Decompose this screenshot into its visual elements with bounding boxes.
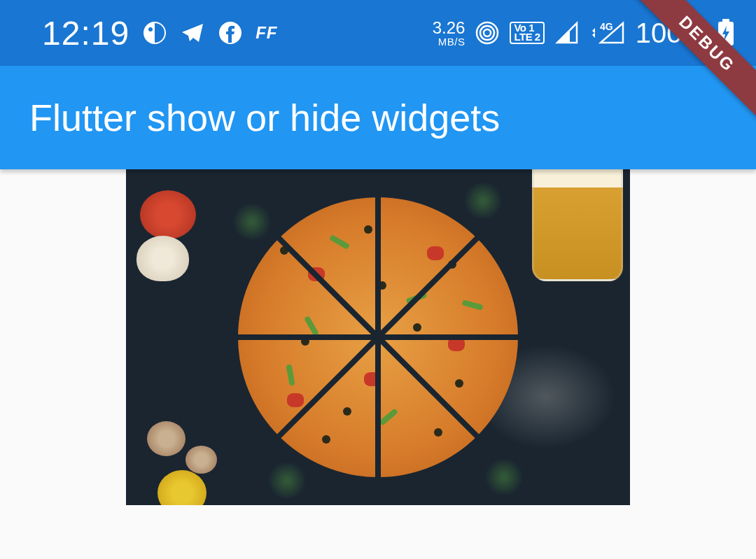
signal-icon-1	[554, 20, 580, 45]
pizza-image	[126, 169, 630, 505]
network-speed-indicator: 3.26 MB/S	[433, 20, 465, 47]
mushroom-decoration	[186, 446, 217, 474]
battery-percentage: 100%	[636, 17, 707, 49]
svg-point-1	[148, 27, 153, 31]
svg-rect-8	[722, 19, 729, 22]
ff-notification-icon: FF	[255, 23, 277, 43]
hotspot-icon	[475, 20, 500, 45]
network-speed-value: 3.26	[433, 20, 465, 36]
yellow-pepper-decoration	[158, 470, 206, 505]
svg-point-4	[480, 26, 494, 40]
notification-app-icon	[142, 20, 167, 45]
herb-decoration	[266, 463, 308, 498]
volte-line2: LTE 2	[514, 33, 540, 42]
signal-icon-2: 4G	[589, 20, 626, 45]
status-bar-right: 3.26 MB/S Vo 1 LTE 2 4G 100%	[433, 17, 735, 49]
herb-decoration	[462, 183, 504, 218]
svg-text:4G: 4G	[600, 21, 613, 32]
herb-decoration	[483, 460, 525, 495]
network-speed-unit: MB/S	[438, 36, 465, 47]
app-bar-title: Flutter show or hide widgets	[29, 96, 500, 139]
status-bar-left: 12:19 FF	[42, 14, 277, 52]
body-content	[0, 169, 756, 505]
mushroom-decoration	[147, 421, 186, 456]
facebook-icon	[218, 20, 243, 45]
telegram-icon	[180, 20, 205, 45]
android-status-bar: 12:19 FF 3.26 MB/S Vo 1 LTE 2 4G	[0, 0, 756, 66]
tomato-decoration	[140, 190, 196, 239]
volte-badge: Vo 1 LTE 2	[510, 22, 544, 44]
svg-point-3	[484, 29, 491, 36]
clock-text: 12:19	[42, 14, 130, 52]
garlic-decoration	[136, 236, 189, 281]
beer-glass-decoration	[532, 169, 623, 281]
battery-charging-icon	[717, 19, 735, 47]
app-bar: Flutter show or hide widgets	[0, 66, 756, 169]
herb-decoration	[231, 204, 273, 239]
